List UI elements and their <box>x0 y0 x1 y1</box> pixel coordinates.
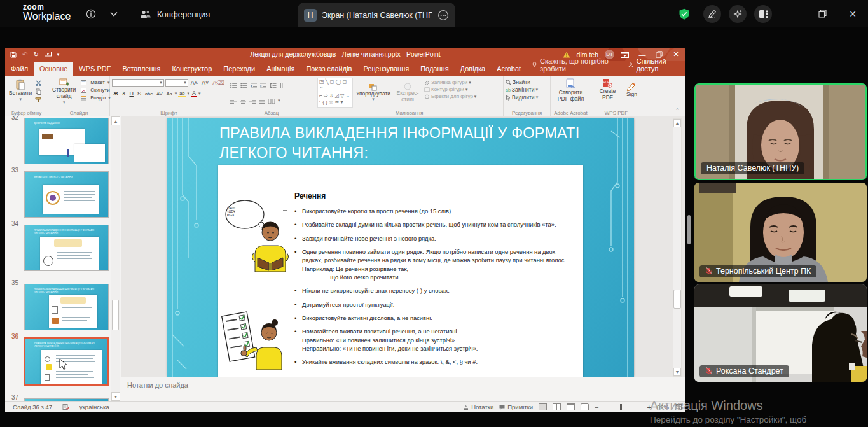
spellcheck-icon[interactable] <box>62 403 69 410</box>
participant-video-1[interactable]: Наталія Савелюк (ТНПУ) <box>694 83 867 180</box>
slide-title[interactable]: ПРАВИЛА ВИКЛАДЕННЯ ІНФОРМАЦІЇ У ФОРМАТІ … <box>219 123 607 163</box>
reset-button[interactable]: Скинути <box>79 87 111 94</box>
slide-content-box[interactable]: Речення Використовуйте короткі та прості… <box>218 165 583 377</box>
highlight-color-button[interactable]: ab <box>178 90 186 97</box>
find-button[interactable]: Знайти <box>506 79 548 85</box>
scroll-up-button[interactable]: ▲ <box>673 119 681 127</box>
thumb-scroll-up-button[interactable]: ▲ <box>111 116 120 125</box>
tab-wps-pdf[interactable]: WPS PDF <box>73 62 116 76</box>
text-direction-icon[interactable] <box>280 80 286 91</box>
underline-button[interactable]: П <box>128 90 134 97</box>
replace-button[interactable]: abЗамінити▾ <box>506 87 548 93</box>
tab-screen-share[interactable]: Н Экран (Наталія Савелюк (ТНПУ) <box>298 3 455 27</box>
tab-home[interactable]: Основне <box>34 62 73 76</box>
shrink-font-icon[interactable]: A˅ <box>200 80 210 86</box>
arrange-button[interactable]: Упорядкувати▾ <box>355 78 391 108</box>
columns-icon[interactable] <box>268 95 275 106</box>
tab-acrobat[interactable]: Acrobat <box>491 62 527 76</box>
tab-insert[interactable]: Вставлення <box>116 62 166 76</box>
select-button[interactable]: Виділити▾ <box>506 94 548 101</box>
zoom-slider[interactable] <box>605 407 642 407</box>
more-options-icon[interactable] <box>437 10 449 21</box>
tab-meeting[interactable]: Конференция <box>135 5 215 23</box>
wps-create-pdf-button[interactable]: PDF Create PDF <box>593 78 622 102</box>
shapes-gallery[interactable]: ◳ ╲ ◻ ◯ ◻ ⌃⌐ ⇨ ⇩ ◿ ▽ ⌄◜ { } ☆ ≂ ▾ <box>317 78 353 108</box>
zoom-minimize-button[interactable]: — <box>776 0 807 27</box>
decrease-indent-icon[interactable] <box>251 80 257 91</box>
participant-video-2[interactable]: Тернопільський Центр ПК <box>694 183 867 282</box>
layout-view-button[interactable] <box>754 5 772 23</box>
language-label[interactable]: українська <box>79 403 109 410</box>
tab-file[interactable]: Файл <box>5 62 34 76</box>
wps-sign-button[interactable]: Sign <box>624 78 639 102</box>
font-name-combo[interactable]: ▾ <box>112 79 164 87</box>
justify-icon[interactable] <box>259 95 265 106</box>
section-button[interactable]: Розділ▾ <box>79 94 111 101</box>
shape-fill-button[interactable]: Заливка фігури▾ <box>424 80 476 85</box>
zoom-restore-button[interactable] <box>807 0 837 27</box>
slide-thumbnail-33[interactable]: МЕТА (ЦІЛІ) ЛЕГКОГО ЧИТАННЯ <box>24 171 109 218</box>
notes-pane[interactable]: Нотатки до слайда <box>121 377 685 401</box>
slide-thumbnail-35[interactable]: ПРАВИЛА ВИКЛАДЕННЯ ІНФОРМАЦІЇ У ФОРМАТІ … <box>24 284 109 330</box>
font-color-button[interactable]: A <box>191 90 197 97</box>
ai-companion-button[interactable] <box>729 5 747 23</box>
create-pdf-acrobat-button[interactable]: Створити PDF-файл <box>553 78 589 103</box>
change-case-button[interactable]: Aa <box>165 91 173 97</box>
shape-outline-button[interactable]: Контур фігури▾ <box>424 87 476 92</box>
info-icon[interactable] <box>83 6 99 22</box>
security-shield-icon[interactable] <box>676 6 692 22</box>
align-left-icon[interactable] <box>230 95 237 106</box>
tell-me-box[interactable]: Скажіть, що потрібно зробити <box>527 55 621 76</box>
cut-icon[interactable] <box>34 80 43 87</box>
slide-thumbnail-34[interactable]: ПРАВИЛА ВИКЛАДЕННЯ ІНФОРМАЦІЇ У ФОРМАТІ … <box>24 225 109 271</box>
tab-help[interactable]: Довідка <box>455 62 492 76</box>
normal-view-button[interactable] <box>539 403 547 410</box>
scroll-thumb[interactable] <box>673 290 681 309</box>
tab-view[interactable]: Подання <box>415 62 454 76</box>
comments-toggle-button[interactable]: Примітки <box>499 403 533 410</box>
grow-font-icon[interactable]: A˄ <box>189 80 199 86</box>
align-right-icon[interactable] <box>249 95 256 106</box>
thumbnail-scrollbar[interactable]: ▲ ▼ <box>111 116 120 401</box>
share-button[interactable]: Спільний доступ <box>621 55 685 76</box>
quick-styles-button[interactable]: Експрес-стилі <box>394 78 422 108</box>
shape-effects-button[interactable]: Ефекти для фігур▾ <box>424 94 476 99</box>
chevron-down-icon[interactable] <box>106 6 122 22</box>
zoom-close-button[interactable]: ✕ <box>837 0 868 27</box>
layout-button[interactable]: Макет▾ <box>79 79 111 86</box>
bold-button[interactable]: Ж <box>112 90 120 97</box>
copy-icon[interactable] <box>34 88 43 95</box>
scroll-down-button[interactable]: ▼ <box>673 368 681 376</box>
editor-vertical-scrollbar[interactable]: ▲ ▼ <box>673 118 682 377</box>
collapse-ribbon-icon[interactable]: ⌃ <box>673 108 682 115</box>
italic-button[interactable]: К <box>121 90 127 97</box>
slide-sorter-button[interactable] <box>553 403 561 410</box>
increase-indent-icon[interactable] <box>260 80 266 91</box>
reading-view-button[interactable] <box>567 403 575 410</box>
slide-canvas[interactable]: ПРАВИЛА ВИКЛАДЕННЯ ІНФОРМАЦІЇ У ФОРМАТІ … <box>167 118 634 377</box>
text-shadow-button[interactable]: abc <box>144 91 154 97</box>
tab-review[interactable]: Рецензування <box>357 62 415 76</box>
zoom-out-button[interactable]: − <box>595 403 598 411</box>
slide-editor[interactable]: ПРАВИЛА ВИКЛАДЕННЯ ІНФОРМАЦІЇ У ФОРМАТІ … <box>121 116 685 377</box>
font-size-combo[interactable]: ▾ <box>165 79 188 87</box>
strikethrough-button[interactable]: S <box>136 90 142 97</box>
annotate-pencil-button[interactable] <box>703 5 721 23</box>
zoom-slider-knob[interactable] <box>620 404 622 410</box>
tab-animations[interactable]: Анімація <box>261 62 300 76</box>
character-spacing-button[interactable]: AV <box>155 91 163 97</box>
bullets-icon[interactable] <box>230 80 237 91</box>
slide-thumbnail-32[interactable]: ДЖЕРЕЛА НАДАННЯ <box>24 118 109 164</box>
notes-placeholder[interactable]: Нотатки до слайда <box>127 381 188 389</box>
clear-formatting-icon[interactable]: A⌫ <box>211 80 226 86</box>
line-spacing-icon[interactable] <box>270 80 277 91</box>
paste-dropdown-icon[interactable]: ▾ <box>19 97 22 102</box>
new-slide-button[interactable]: Створити слайд ▾ <box>50 78 78 106</box>
align-center-icon[interactable] <box>240 95 246 106</box>
thumb-scroll-down-button[interactable]: ▼ <box>111 392 120 401</box>
thumb-scroll-thumb[interactable] <box>112 300 119 330</box>
numbering-icon[interactable] <box>240 80 247 91</box>
participant-video-3[interactable]: Роксана Стандрет <box>694 284 867 382</box>
videos-scrollbar[interactable] <box>687 215 691 244</box>
format-painter-icon[interactable] <box>34 96 43 103</box>
